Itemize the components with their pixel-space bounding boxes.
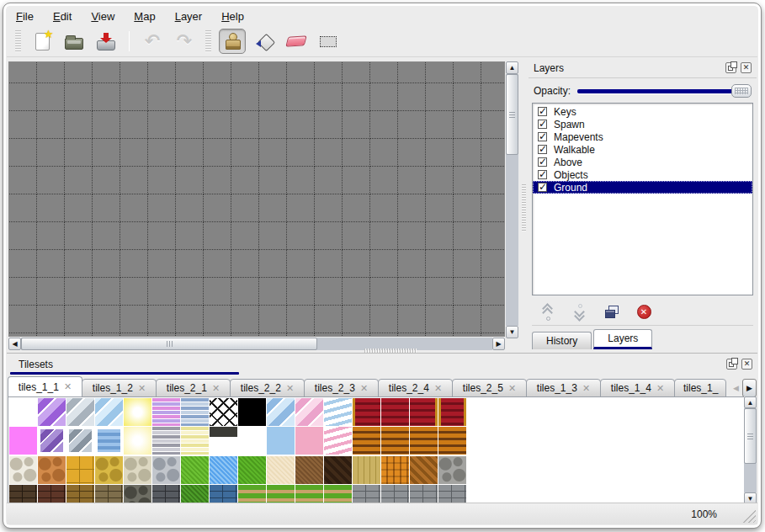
save-map-button[interactable] <box>93 29 120 54</box>
stamp-tool-button[interactable] <box>219 29 246 54</box>
tile-crystal-purple[interactable] <box>38 398 66 426</box>
layer-row-spawn[interactable]: Spawn <box>533 118 752 130</box>
scroll-thumb[interactable] <box>506 74 518 155</box>
layer-visibility-checkbox[interactable] <box>538 145 547 154</box>
tab-close-icon[interactable]: ✕ <box>508 383 516 394</box>
tab-close-icon[interactable]: ✕ <box>360 383 368 394</box>
opacity-slider-handle[interactable] <box>731 84 752 98</box>
tile-grass-bright[interactable] <box>181 456 209 484</box>
eraser-tool-button[interactable] <box>283 29 310 54</box>
layer-visibility-checkbox[interactable] <box>538 107 547 116</box>
layer-row-keys[interactable]: Keys <box>533 105 752 118</box>
menu-help[interactable]: Help <box>221 10 244 23</box>
redo-button[interactable]: ↷ <box>171 29 198 54</box>
tile-magenta[interactable] <box>9 427 37 455</box>
tile-lattice[interactable] <box>210 398 237 426</box>
tile-stripes-blue[interactable] <box>181 398 209 426</box>
tile-basket-weave[interactable] <box>381 456 409 484</box>
tile-brick-gold[interactable] <box>66 485 94 504</box>
tile-water-blue-small[interactable] <box>95 427 123 455</box>
tile-stripes-gray[interactable] <box>152 427 180 455</box>
tile-brick-gray-2[interactable] <box>381 485 409 504</box>
tile-logs-gray[interactable] <box>438 456 466 484</box>
vertical-splitter[interactable] <box>519 58 529 349</box>
select-tool-button[interactable] <box>315 29 342 54</box>
close-panel-icon[interactable]: ✕ <box>741 62 752 73</box>
tile-grass-path-3[interactable] <box>295 485 323 504</box>
scroll-right-icon[interactable]: ▶ <box>492 338 505 350</box>
tile-carpet-red-2[interactable] <box>381 398 409 426</box>
tile-carpet-red-3[interactable] <box>410 398 438 426</box>
tile-ribbon-blue[interactable] <box>324 398 352 426</box>
tab-close-icon[interactable]: ✕ <box>64 381 72 392</box>
tile-herringbone-wood[interactable] <box>410 456 438 484</box>
tile-brick-redbrown[interactable] <box>38 485 66 504</box>
layer-row-objects[interactable]: Objects <box>533 168 752 181</box>
tile-solid-blue[interactable] <box>267 427 295 455</box>
tile-brick-gray-dark[interactable] <box>152 485 180 504</box>
scroll-thumb[interactable] <box>21 338 317 350</box>
tile-carpet-red-1[interactable] <box>353 398 380 426</box>
undo-button[interactable]: ↶ <box>139 29 166 54</box>
tile-brick-blue[interactable] <box>210 485 237 504</box>
tile-stripes-orange-2[interactable] <box>381 427 409 455</box>
tileset-tab-tiles_2_2[interactable]: tiles_2_2✕ <box>230 379 305 397</box>
tile-cobble-orange[interactable] <box>38 456 66 484</box>
tile-hedge-green[interactable] <box>181 485 209 504</box>
tile-carpet-red-4[interactable] <box>438 398 466 426</box>
tileset-tab-tiles_2_1[interactable]: tiles_2_1✕ <box>156 379 231 397</box>
tileset-tab-tiles_2_3[interactable]: tiles_2_3✕ <box>304 379 379 397</box>
tile-crystal-gray-small[interactable] <box>66 427 94 455</box>
menu-layer[interactable]: Layer <box>175 10 203 23</box>
tile-stripes-orange-1[interactable] <box>353 427 380 455</box>
tile-stripes-pink[interactable] <box>152 398 180 426</box>
layer-row-above[interactable]: Above <box>533 156 752 168</box>
tile-stone-path-white[interactable] <box>9 456 37 484</box>
tile-stripes-orange-4[interactable] <box>438 427 466 455</box>
tab-history[interactable]: History <box>532 332 592 349</box>
tile-stripes-orange-3[interactable] <box>410 427 438 455</box>
tab-close-icon[interactable]: ✕ <box>286 383 294 394</box>
menu-map[interactable]: Map <box>134 10 155 23</box>
menu-file[interactable]: File <box>16 10 34 23</box>
tile-stone-path-gold[interactable] <box>95 456 123 484</box>
layer-visibility-checkbox[interactable] <box>538 120 547 129</box>
tile-crystal-blue[interactable] <box>95 398 123 426</box>
fill-tool-button[interactable] <box>251 29 278 54</box>
layer-visibility-checkbox[interactable] <box>538 157 547 167</box>
tile-stripes-yellow[interactable] <box>181 427 209 455</box>
tile-black[interactable] <box>238 398 266 426</box>
tileset-tab-tiles_1_3[interactable]: tiles_1_3✕ <box>526 379 601 397</box>
tile-solid-pink[interactable] <box>295 427 323 455</box>
close-panel-icon[interactable]: ✕ <box>741 359 752 370</box>
tile-planks-vertical[interactable] <box>353 456 380 484</box>
layer-visibility-checkbox[interactable] <box>538 170 547 179</box>
open-map-button[interactable] <box>61 29 88 54</box>
tile-dirt[interactable] <box>295 456 323 484</box>
map-canvas[interactable] <box>8 61 505 337</box>
float-panel-icon[interactable] <box>726 359 737 370</box>
scroll-left-icon[interactable]: ◀ <box>8 338 21 350</box>
tab-close-icon[interactable]: ✕ <box>434 383 442 394</box>
duplicate-layer-icon[interactable] <box>603 303 621 322</box>
menu-edit[interactable]: Edit <box>53 10 72 23</box>
menu-view[interactable]: View <box>91 10 114 23</box>
lower-layer-icon[interactable] <box>571 303 589 322</box>
layer-visibility-checkbox[interactable] <box>538 132 547 141</box>
tile-crystal-pink[interactable] <box>295 398 323 426</box>
tile-water[interactable] <box>210 456 237 484</box>
layer-visibility-checkbox[interactable] <box>538 183 547 192</box>
toolbar-grip[interactable] <box>205 30 211 52</box>
tile-crystal-purple-small[interactable] <box>38 427 66 455</box>
tab-layers[interactable]: Layers <box>593 329 652 349</box>
float-panel-icon[interactable] <box>725 62 736 73</box>
tile-stones-gray[interactable] <box>152 456 180 484</box>
tab-close-icon[interactable]: ✕ <box>212 383 220 394</box>
tileset-tab-tiles_1[interactable]: tiles_1_ <box>674 379 726 397</box>
tab-close-icon[interactable]: ✕ <box>656 383 664 394</box>
scroll-down-icon[interactable]: ▼ <box>506 326 518 338</box>
tile-pebbles-cream[interactable] <box>124 456 151 484</box>
tile-crystal-gray[interactable] <box>66 398 94 426</box>
tile-grass-path-2[interactable] <box>267 485 295 504</box>
layer-row-mapevents[interactable]: Mapevents <box>533 130 752 143</box>
